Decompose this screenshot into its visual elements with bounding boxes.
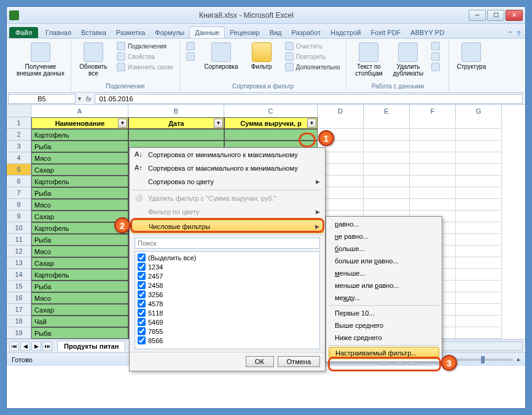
tab-review[interactable]: Рецензир [225, 27, 265, 38]
row-header[interactable]: 2 [7, 129, 31, 141]
row-header[interactable]: 1 [7, 117, 31, 129]
tab-foxit[interactable]: Foxit PDF [366, 27, 405, 38]
data-validation-button[interactable] [429, 41, 445, 51]
data-cell[interactable]: Рыба [31, 234, 128, 246]
row-header[interactable]: 16 [7, 292, 31, 304]
filter-value-checkbox[interactable]: 8566 [136, 336, 318, 345]
text-to-columns-button[interactable]: Текст по столбцам [350, 41, 387, 78]
row-header[interactable]: 8 [7, 199, 31, 211]
sheet-nav-first[interactable]: ⏮ [9, 341, 19, 351]
filter-toggle-c[interactable]: ▼ [307, 118, 316, 128]
close-button[interactable]: ✕ [506, 10, 523, 21]
top10-item[interactable]: Первые 10... [326, 307, 442, 319]
formula-bar[interactable]: 01.05.2016 [95, 94, 523, 104]
data-cell[interactable]: Мясо [31, 152, 128, 164]
custom-filter-item[interactable]: Настраиваемый фильтр... [329, 347, 439, 359]
zoom-thumb[interactable] [481, 356, 485, 363]
col-header-e[interactable]: E [364, 105, 410, 117]
filter-button[interactable]: Фильтр [243, 41, 280, 71]
below-avg-item[interactable]: Ниже среднего [326, 332, 442, 344]
tab-abbyy[interactable]: ABBYY PD [405, 27, 449, 38]
advanced-button[interactable]: Дополнительно [283, 62, 343, 72]
col-header-d[interactable]: D [318, 105, 364, 117]
refresh-all-button[interactable]: Обновить все [75, 41, 112, 78]
edit-links-button[interactable]: Изменить связи [114, 62, 176, 72]
filter-value-checkbox[interactable]: 7855 [136, 327, 318, 336]
select-all-checkbox[interactable]: (Выделить все) [136, 253, 318, 262]
zoom-slider[interactable] [452, 359, 513, 361]
row-header[interactable]: 11 [7, 234, 31, 246]
header-cell[interactable]: Наименование▼ [31, 117, 128, 129]
data-cell[interactable]: Картофель [31, 269, 128, 281]
col-header-b[interactable]: B [128, 105, 224, 117]
properties-button[interactable]: Свойства [114, 52, 176, 61]
header-cell[interactable]: Сумма выручки, р▼ [224, 117, 318, 129]
row-header[interactable]: 9 [7, 211, 31, 222]
data-cell[interactable]: Картофель [31, 176, 128, 187]
cancel-button[interactable]: Отмена [278, 356, 320, 367]
filter-condition-item[interactable]: равно... [326, 218, 442, 230]
data-cell[interactable]: Рыба [31, 327, 128, 339]
data-cell[interactable]: Картофель [31, 129, 128, 141]
sheet-tab[interactable]: Продукты питан [57, 341, 125, 351]
header-cell[interactable]: Дата▼ [128, 117, 224, 129]
reapply-button[interactable]: Повторить [283, 52, 343, 61]
sort-asc-item[interactable]: A↓Сортировка от минимального к максималь… [130, 148, 325, 161]
sort-desc-button[interactable] [184, 52, 200, 61]
filter-toggle-b[interactable]: ▼ [214, 118, 223, 128]
filter-toggle-a[interactable]: ▼ [118, 118, 127, 128]
namebox-dropdown-icon[interactable]: ▼ [77, 96, 82, 102]
data-cell[interactable]: Мясо [31, 246, 128, 257]
filter-condition-item[interactable]: меньше... [326, 267, 442, 279]
data-cell[interactable] [224, 129, 318, 141]
row-header[interactable]: 4 [7, 152, 31, 164]
filter-value-checkbox[interactable]: 5118 [136, 308, 318, 317]
minimize-button[interactable]: ─ [469, 10, 486, 21]
ok-button[interactable]: OK [246, 356, 274, 367]
data-cell[interactable]: Сахар [31, 164, 128, 176]
data-cell[interactable]: Чай [31, 316, 128, 327]
above-avg-item[interactable]: Выше среднего [326, 319, 442, 332]
whatif-button[interactable] [429, 62, 445, 72]
filter-value-checkbox[interactable]: 3256 [136, 290, 318, 299]
tab-formulas[interactable]: Формулы [150, 27, 189, 38]
filter-value-checkbox[interactable]: 5469 [136, 317, 318, 327]
maximize-button[interactable]: ☐ [487, 10, 504, 21]
connections-button[interactable]: Подключения [114, 41, 176, 51]
col-header-f[interactable]: F [410, 105, 456, 117]
clear-filter-item[interactable]: ⚪Удалить фильтр с "Сумма выручки, руб." [130, 192, 325, 205]
col-header-g[interactable]: G [456, 105, 502, 117]
row-header[interactable]: 3 [7, 141, 31, 152]
row-header[interactable]: 15 [7, 281, 31, 292]
select-all-corner[interactable] [7, 105, 31, 117]
row-header[interactable]: 6 [7, 176, 31, 187]
tab-addins[interactable]: Надстрой [326, 27, 366, 38]
row-header[interactable]: 12 [7, 246, 31, 257]
row-header[interactable]: 10 [7, 222, 31, 234]
data-cell[interactable]: Мясо [31, 292, 128, 304]
sheet-nav-last[interactable]: ⏭ [42, 341, 52, 351]
data-cell[interactable] [128, 129, 224, 141]
color-filter-item[interactable]: Фильтр по цвету▶ [130, 205, 325, 219]
fx-icon[interactable]: fx [82, 95, 95, 103]
filter-condition-item[interactable]: не равно... [326, 230, 442, 242]
data-cell[interactable]: Рыба [31, 281, 128, 292]
sort-button[interactable]: Сортировка [202, 41, 241, 71]
row-header[interactable]: 18 [7, 316, 31, 327]
data-cell[interactable]: Рыба [31, 187, 128, 199]
data-cell[interactable]: Сахар [31, 211, 128, 222]
filter-value-checkbox[interactable]: 2458 [136, 281, 318, 290]
file-tab[interactable]: Файл [9, 27, 38, 38]
row-header[interactable]: 14 [7, 269, 31, 281]
row-header[interactable]: 19 [7, 327, 31, 339]
data-cell[interactable]: Мясо [31, 199, 128, 211]
consolidate-button[interactable] [429, 52, 445, 61]
help-icon[interactable]: ? [517, 30, 520, 38]
filter-condition-item[interactable]: между... [326, 292, 442, 304]
sheet-nav-prev[interactable]: ◀ [20, 341, 30, 351]
tab-insert[interactable]: Вставка [76, 27, 111, 38]
tab-home[interactable]: Главная [41, 27, 76, 38]
tab-layout[interactable]: Разметка [111, 27, 151, 38]
col-header-c[interactable]: C [224, 105, 318, 117]
zoom-in-button[interactable]: + [517, 356, 520, 363]
